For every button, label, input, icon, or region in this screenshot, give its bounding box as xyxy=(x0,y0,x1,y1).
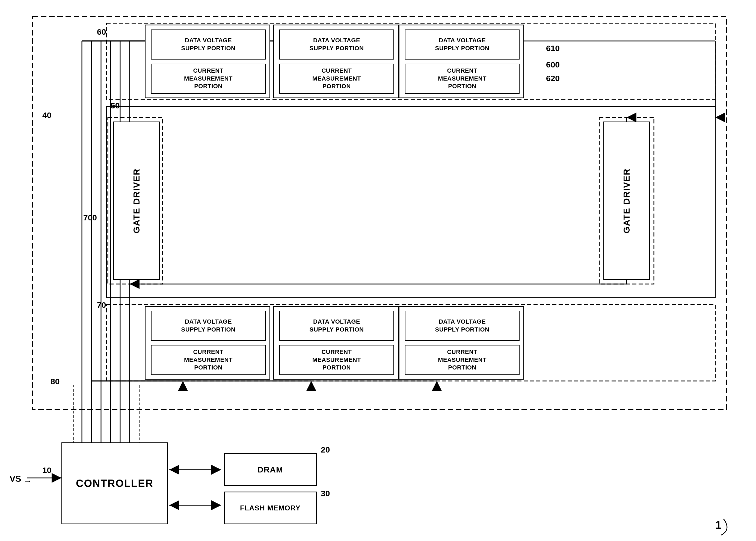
gate-driver-right: GATE DRIVER xyxy=(603,122,650,280)
dram-label: DRAM xyxy=(257,465,283,474)
label-600: 600 xyxy=(546,60,560,69)
cmp-top-3: CURRENTMEASUREMENTPORTION xyxy=(405,64,520,94)
top-driver-group-3: DATA VOLTAGESUPPLY PORTION CURRENTMEASUR… xyxy=(399,25,524,98)
dvs-bottom-1: DATA VOLTAGESUPPLY PORTION xyxy=(151,311,266,341)
cmp-bottom-2: CURRENTMEASUREMENTPORTION xyxy=(279,345,394,375)
bottom-driver-group-1: DATA VOLTAGESUPPLY PORTION CURRENTMEASUR… xyxy=(145,306,270,380)
dvs-label-bottom-2: DATA VOLTAGESUPPLY PORTION xyxy=(310,318,364,333)
flash-memory-label: FLASH MEMORY xyxy=(240,504,301,512)
cmp-label-bottom-3: CURRENTMEASUREMENTPORTION xyxy=(438,348,487,372)
gate-driver-left: GATE DRIVER xyxy=(113,122,160,280)
dvs-bottom-2: DATA VOLTAGESUPPLY PORTION xyxy=(279,311,394,341)
label-700: 700 xyxy=(83,213,97,222)
cmp-label-top-1: CURRENTMEASUREMENTPORTION xyxy=(184,67,232,90)
cmp-bottom-3: CURRENTMEASUREMENTPORTION xyxy=(405,345,520,375)
dvs-label-top-3: DATA VOLTAGESUPPLY PORTION xyxy=(435,37,490,52)
bottom-driver-group-3: DATA VOLTAGESUPPLY PORTION CURRENTMEASUR… xyxy=(399,306,524,380)
dvs-label-bottom-3: DATA VOLTAGESUPPLY PORTION xyxy=(435,318,490,333)
cmp-label-bottom-2: CURRENTMEASUREMENTPORTION xyxy=(312,348,361,372)
dvs-label-top-2: DATA VOLTAGESUPPLY PORTION xyxy=(310,37,364,52)
label-60: 60 xyxy=(97,27,106,37)
label-30: 30 xyxy=(321,489,330,498)
dvs-bottom-3: DATA VOLTAGESUPPLY PORTION xyxy=(405,311,520,341)
label-10: 10 xyxy=(42,466,51,475)
dram-box: DRAM xyxy=(224,453,317,486)
cmp-top-1: CURRENTMEASUREMENTPORTION xyxy=(151,64,266,94)
label-vs: VS xyxy=(10,474,21,484)
label-40: 40 xyxy=(42,111,51,120)
dvs-top-2: DATA VOLTAGESUPPLY PORTION xyxy=(279,30,394,60)
cmp-label-top-3: CURRENTMEASUREMENTPORTION xyxy=(438,67,487,90)
label-1: 1 xyxy=(715,519,721,531)
cmp-bottom-1: CURRENTMEASUREMENTPORTION xyxy=(151,345,266,375)
label-70: 70 xyxy=(97,300,106,310)
cmp-top-2: CURRENTMEASUREMENTPORTION xyxy=(279,64,394,94)
top-driver-group-1: DATA VOLTAGESUPPLY PORTION CURRENTMEASUR… xyxy=(145,25,270,98)
gate-driver-right-label: GATE DRIVER xyxy=(622,168,632,233)
label-620: 620 xyxy=(546,74,560,83)
dvs-top-3: DATA VOLTAGESUPPLY PORTION xyxy=(405,30,520,60)
label-80: 80 xyxy=(51,377,60,386)
dvs-label-bottom-1: DATA VOLTAGESUPPLY PORTION xyxy=(181,318,235,333)
label-50: 50 xyxy=(111,101,120,110)
top-driver-group-2: DATA VOLTAGESUPPLY PORTION CURRENTMEASUR… xyxy=(273,25,399,98)
bottom-driver-group-2: DATA VOLTAGESUPPLY PORTION CURRENTMEASUR… xyxy=(273,306,399,380)
dvs-top-1: DATA VOLTAGESUPPLY PORTION xyxy=(151,30,266,60)
label-20: 20 xyxy=(321,445,330,454)
flash-memory-box: FLASH MEMORY xyxy=(224,492,317,524)
controller-box: CONTROLLER xyxy=(61,442,168,524)
label-610: 610 xyxy=(546,44,560,53)
gate-driver-left-label: GATE DRIVER xyxy=(132,168,142,233)
cmp-label-top-2: CURRENTMEASUREMENTPORTION xyxy=(312,67,361,90)
cmp-label-bottom-1: CURRENTMEASUREMENTPORTION xyxy=(184,348,232,372)
dvs-label-top-1: DATA VOLTAGESUPPLY PORTION xyxy=(181,37,235,52)
controller-label: CONTROLLER xyxy=(76,478,154,489)
